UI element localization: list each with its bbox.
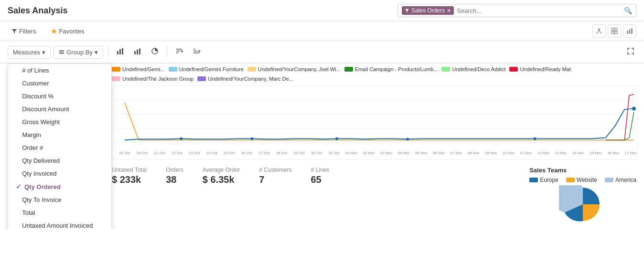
search-bar: Sales Orders ✕ 🔍 bbox=[397, 4, 636, 17]
svg-text:28 Oct: 28 Oct bbox=[276, 151, 288, 155]
svg-text:29 Oct: 29 Oct bbox=[293, 151, 305, 155]
svg-point-33 bbox=[335, 137, 338, 140]
stat-avg-order-value: $ 6.35k bbox=[203, 174, 240, 185]
svg-text:17 Nov: 17 Nov bbox=[625, 151, 637, 155]
groupby-button[interactable]: Group By ▾ bbox=[54, 46, 103, 59]
grid-view-button[interactable] bbox=[608, 24, 621, 38]
expand-button[interactable] bbox=[625, 45, 636, 59]
svg-text:22 Oct: 22 Oct bbox=[172, 151, 183, 155]
separator bbox=[108, 46, 108, 58]
legend-item-deco: Undefined/Deco Addict bbox=[441, 66, 505, 72]
controls-row: Measures ▾ Group By ▾ bbox=[0, 41, 644, 63]
dropdown-item-total[interactable]: Total bbox=[8, 206, 111, 219]
groupby-chevron-icon: ▾ bbox=[95, 49, 98, 56]
legend-color-website bbox=[566, 178, 575, 182]
svg-point-31 bbox=[180, 137, 182, 140]
legend-website: Website bbox=[566, 177, 597, 183]
legend-color-gemini-furn bbox=[169, 67, 177, 72]
line-chart-button[interactable] bbox=[130, 45, 145, 59]
dropdown-item-qty-to-invoice[interactable]: Qty To Invoice bbox=[8, 193, 111, 206]
pie-chart-button[interactable] bbox=[148, 45, 162, 59]
dropdown-item-lines[interactable]: # of Lines bbox=[8, 64, 111, 77]
svg-text:27 Oct: 27 Oct bbox=[258, 151, 270, 155]
stat-lines-label: # Lines bbox=[311, 167, 329, 173]
search-filter-tag[interactable]: Sales Orders ✕ bbox=[402, 6, 454, 15]
legend-color-america bbox=[605, 178, 613, 182]
legend-item-marc: Undefined/YourCompany, Marc De... bbox=[197, 76, 293, 82]
filter-tag-close[interactable]: ✕ bbox=[447, 8, 451, 14]
svg-text:24 Oct: 24 Oct bbox=[206, 151, 218, 155]
legend-item-joel: Undefined/YourCompany, Joel Wi... bbox=[247, 66, 341, 72]
dropdown-item-untaxed-invoiced[interactable]: Untaxed Amount Invoiced bbox=[8, 219, 111, 229]
sales-teams-title: Sales Teams bbox=[529, 167, 636, 174]
svg-text:14 Nov: 14 Nov bbox=[572, 151, 584, 155]
stat-customers-value: 7 bbox=[259, 174, 291, 185]
favorites-button[interactable]: Favorites bbox=[47, 26, 88, 37]
svg-marker-0 bbox=[52, 29, 56, 33]
dropdown-item-qty-delivered[interactable]: Qty Delivered bbox=[8, 154, 111, 167]
dropdown-item-discount-amt[interactable]: Discount Amount bbox=[8, 103, 111, 116]
svg-text:31 Oct: 31 Oct bbox=[329, 151, 340, 155]
sort-desc-icon bbox=[193, 47, 200, 55]
legend-europe: Europe bbox=[529, 177, 558, 183]
stat-orders-label: Orders bbox=[166, 167, 183, 173]
svg-rect-2 bbox=[612, 28, 614, 31]
chart-legend: Undefined/Gemi... Undefined/Gemini Furni… bbox=[104, 63, 644, 82]
sort-desc-button[interactable] bbox=[189, 45, 204, 59]
svg-text:06 Nov: 06 Nov bbox=[433, 151, 445, 155]
dropdown-item-discount-pct[interactable]: Discount % bbox=[8, 90, 111, 103]
svg-text:08 Nov: 08 Nov bbox=[468, 151, 480, 155]
checkmark-icon: ✓ bbox=[16, 183, 21, 190]
star-icon bbox=[51, 28, 57, 34]
dropdown-item-order-num[interactable]: Order # bbox=[8, 141, 111, 154]
sort-asc-button[interactable] bbox=[172, 45, 186, 59]
sales-teams-legend: Europe Website America bbox=[529, 177, 636, 183]
bar-chart-icon bbox=[626, 28, 633, 34]
legend-item-gemi: Undefined/Gemi... bbox=[112, 66, 165, 72]
legend-color-email bbox=[344, 67, 353, 72]
filters-button[interactable]: Filters bbox=[8, 26, 40, 37]
avatar-view-button[interactable] bbox=[592, 24, 606, 38]
measures-button[interactable]: Measures ▾ bbox=[8, 46, 51, 59]
search-submit-button[interactable]: 🔍 bbox=[624, 7, 632, 14]
svg-point-1 bbox=[598, 29, 601, 31]
dropdown-item-customer[interactable]: Customer bbox=[8, 77, 111, 90]
dropdown-item-qty-invoiced[interactable]: Qty Invoiced bbox=[8, 167, 111, 180]
chart-stats-area: Undefined/Gemi... Undefined/Gemini Furni… bbox=[104, 63, 644, 229]
svg-text:02 Nov: 02 Nov bbox=[363, 151, 375, 155]
svg-text:16 Nov: 16 Nov bbox=[607, 151, 619, 155]
search-input[interactable] bbox=[457, 7, 622, 14]
stat-customers: # Customers 7 bbox=[259, 167, 291, 185]
stat-avg-order-label: Average Order bbox=[203, 167, 240, 173]
stat-untaxed-total-value: $ 233k bbox=[112, 174, 147, 185]
bar-chart-button[interactable] bbox=[113, 45, 128, 59]
legend-color-marc bbox=[197, 76, 206, 81]
dropdown-item-qty-ordered[interactable]: ✓ Qty Ordered bbox=[8, 180, 111, 193]
bar-chart-icon bbox=[117, 47, 124, 55]
svg-text:05 Nov: 05 Nov bbox=[415, 151, 427, 155]
legend-color-europe bbox=[529, 178, 538, 182]
person-icon bbox=[596, 28, 602, 34]
bar-chart-view-button[interactable] bbox=[623, 24, 636, 38]
svg-point-36 bbox=[632, 106, 636, 110]
legend-item-jackson: Undefined/The Jackson Group bbox=[112, 76, 193, 82]
svg-text:03 Nov: 03 Nov bbox=[380, 151, 392, 155]
svg-text:25 Oct: 25 Oct bbox=[224, 151, 235, 155]
svg-rect-13 bbox=[119, 49, 121, 54]
stat-customers-label: # Customers bbox=[259, 167, 291, 173]
dropdown-item-gross-weight[interactable]: Gross Weight bbox=[8, 116, 111, 128]
svg-text:09 Nov: 09 Nov bbox=[485, 151, 497, 155]
dropdown-item-margin[interactable]: Margin bbox=[8, 128, 111, 141]
filter-bar: Filters Favorites bbox=[0, 21, 644, 41]
main-content: # of Lines Customer Discount % Discount … bbox=[0, 63, 644, 229]
svg-text:20 Oct: 20 Oct bbox=[137, 151, 148, 155]
pie-chart-icon bbox=[151, 47, 159, 55]
svg-point-35 bbox=[534, 137, 537, 140]
svg-rect-12 bbox=[117, 51, 118, 54]
svg-text:23 Oct: 23 Oct bbox=[189, 151, 200, 155]
svg-text:19 Oct: 19 Oct bbox=[119, 151, 130, 155]
stat-untaxed-total: Untaxed Total $ 233k bbox=[112, 167, 147, 185]
filter-icon bbox=[11, 28, 17, 34]
svg-text:30 Oct: 30 Oct bbox=[311, 151, 322, 155]
svg-rect-4 bbox=[612, 32, 614, 34]
